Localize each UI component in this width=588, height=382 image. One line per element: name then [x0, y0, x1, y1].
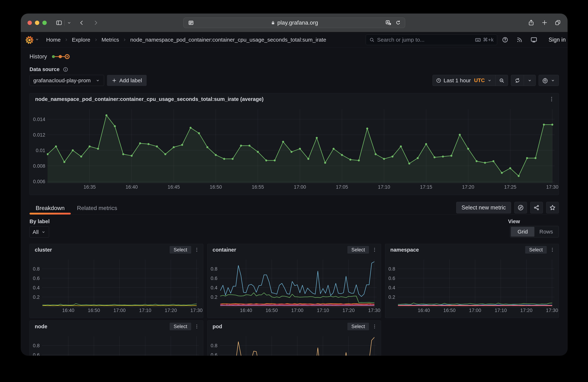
breadcrumb-current-metric[interactable]: node_namespace_pod_container:container_c…	[130, 37, 326, 43]
select-new-metric-button[interactable]: Select new metric	[456, 202, 511, 213]
sidebar-toggle-button[interactable]	[56, 19, 62, 26]
kebab-icon	[194, 247, 200, 252]
svg-text:0.014: 0.014	[33, 117, 45, 122]
chevron-down-icon	[95, 78, 100, 83]
chevron-down-icon	[95, 78, 100, 83]
traffic-light-zoom[interactable]	[42, 21, 47, 25]
plus-icon	[112, 78, 117, 83]
forward-button[interactable]	[92, 19, 99, 26]
panel-title: container	[212, 247, 236, 253]
back-button[interactable]	[78, 19, 85, 26]
svg-text:17:05: 17:05	[336, 184, 348, 190]
panel-select-button[interactable]: Select	[170, 323, 191, 330]
translate-button[interactable]	[385, 20, 392, 26]
chevron-down-icon	[35, 37, 40, 42]
share-icon	[528, 19, 535, 26]
tabs-actions: Select new metric	[456, 202, 559, 213]
panel-header: namespace Select	[385, 244, 559, 256]
browser-toolbar: play.grafana.org	[21, 14, 567, 32]
tab-breakdown[interactable]: Breakdown	[29, 202, 71, 214]
svg-text:17:00: 17:00	[469, 308, 481, 313]
svg-text:17:20: 17:20	[165, 308, 177, 313]
panel-menu-icon[interactable]	[550, 247, 555, 252]
history-row: History	[29, 53, 71, 60]
grafana-logo-icon	[25, 36, 34, 44]
datasource-label-row: Data source	[29, 66, 68, 72]
breadcrumb-home[interactable]: Home	[46, 37, 61, 43]
panel-menu-icon[interactable]	[194, 247, 200, 252]
explore-metrics-page: History Data source grafanacloud-play-pr…	[21, 47, 567, 356]
svg-text:16:35: 16:35	[84, 184, 96, 190]
info-icon	[63, 67, 68, 72]
chevron-down-icon	[67, 20, 71, 25]
sign-in-button[interactable]: Sign in	[548, 32, 566, 47]
breakdown-panel-namespace: namespace Select 0.20.40.60.816:4016:501…	[385, 244, 559, 318]
panel-title: pod	[212, 324, 222, 329]
display-button[interactable]	[530, 32, 537, 47]
by-label-label: By label	[29, 218, 50, 225]
share-link-button[interactable]	[530, 202, 543, 213]
svg-text:16:40: 16:40	[240, 308, 252, 313]
url-text[interactable]: play.grafana.org	[277, 19, 318, 26]
svg-text:0.008: 0.008	[33, 163, 45, 169]
panel-select-button[interactable]: Select	[347, 323, 369, 330]
zoom-out-button[interactable]	[495, 75, 508, 86]
panel-menu-icon[interactable]	[372, 324, 377, 329]
chevron-down-icon	[41, 229, 46, 235]
panel-select-button[interactable]: Select	[347, 246, 369, 254]
nav-expand-chevron[interactable]	[35, 37, 40, 43]
add-label-button[interactable]: Add label	[107, 75, 147, 86]
panel-title: namespace	[390, 247, 419, 253]
bookmark-star-button[interactable]	[546, 202, 559, 213]
breakdown-panel-pod: pod Select 0.20.40.60.816:4016:5017:0017…	[207, 321, 381, 356]
time-picker-button[interactable]: Last 1 hour UTC	[433, 75, 495, 86]
svg-text:0.6: 0.6	[388, 276, 395, 281]
svg-text:0.4: 0.4	[388, 285, 395, 290]
panel-menu-icon[interactable]	[372, 247, 377, 252]
tab-related-metrics[interactable]: Related metrics	[71, 202, 123, 214]
datasource-select[interactable]: grafanacloud-play-prom	[29, 75, 104, 86]
svg-text:0.012: 0.012	[33, 132, 45, 138]
svg-text:17:00: 17:00	[294, 184, 306, 190]
share-button[interactable]	[528, 19, 535, 27]
svg-text:17:10: 17:10	[378, 184, 390, 190]
panel-menu-icon[interactable]	[194, 324, 200, 329]
datasource-label: Data source	[29, 66, 60, 72]
chevron-down-icon	[487, 78, 492, 83]
traffic-light-minimize[interactable]	[35, 21, 39, 25]
view-option-grid[interactable]: Grid	[511, 227, 534, 237]
refresh-button[interactable]	[511, 75, 524, 86]
browser-window: play.grafana.org Home Explore Metrics no…	[21, 14, 567, 356]
svg-text:0.4: 0.4	[210, 285, 217, 290]
reload-button[interactable]	[395, 20, 401, 26]
chart-main[interactable]: 0.0060.0080.010.0120.01416:3516:4016:451…	[30, 93, 559, 195]
traffic-light-close[interactable]	[27, 21, 32, 25]
tab-overview-button[interactable]	[554, 19, 561, 27]
timezone-label: UTC	[474, 77, 485, 83]
panel-menu-icon[interactable]	[548, 96, 555, 102]
by-label-value: All	[33, 229, 39, 235]
refresh-interval-chevron[interactable]	[524, 75, 536, 86]
panel-select-button[interactable]: Select	[525, 246, 547, 254]
search-input[interactable]: Search or jump to... ⌘+k	[366, 35, 497, 45]
history-steps-icon[interactable]	[52, 53, 71, 60]
sidebar-chevron-button[interactable]	[67, 20, 71, 25]
settings-button[interactable]	[539, 75, 559, 86]
svg-text:0.4: 0.4	[33, 285, 40, 290]
help-button[interactable]	[502, 32, 508, 47]
news-button[interactable]	[516, 32, 523, 47]
breadcrumb-metrics[interactable]: Metrics	[102, 37, 119, 43]
panel-select-button[interactable]: Select	[170, 246, 191, 254]
page-format-button[interactable]	[188, 20, 194, 26]
info-icon[interactable]	[63, 67, 68, 72]
by-label-select[interactable]: All	[29, 227, 49, 238]
breadcrumb-explore[interactable]: Explore	[72, 37, 90, 43]
explore-compass-button[interactable]	[514, 202, 527, 213]
new-tab-button[interactable]	[541, 19, 548, 27]
view-option-rows[interactable]: Rows	[534, 227, 558, 237]
main-metric-panel: node_namespace_pod_container:container_c…	[29, 93, 559, 195]
chevron-down-icon	[41, 229, 46, 235]
address-bar[interactable]: play.grafana.org	[183, 18, 405, 28]
breadcrumb-separator-icon	[64, 38, 68, 42]
window-controls	[27, 21, 47, 25]
